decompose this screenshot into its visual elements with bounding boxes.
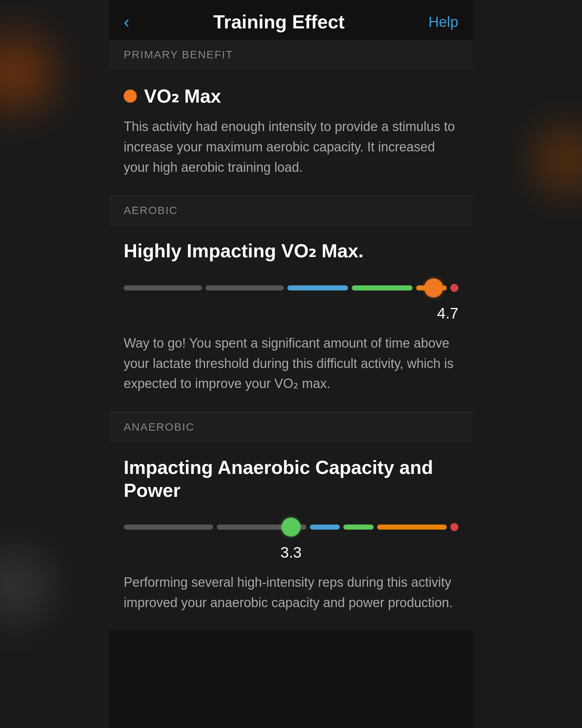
anaerobic-seg-3b xyxy=(343,525,373,530)
anaerobic-seg-1 xyxy=(124,525,213,530)
anaerobic-slider-container xyxy=(124,516,458,538)
anaerobic-title: Impacting Anaerobic Capacity and Power xyxy=(124,456,458,502)
aerobic-description: Way to go! You spent a significant amoun… xyxy=(124,333,458,394)
aerobic-score: 4.7 xyxy=(124,305,458,322)
aerobic-red-dot xyxy=(450,284,458,292)
primary-benefit-description: This activity had enough intensity to pr… xyxy=(124,116,458,177)
aerobic-seg-1 xyxy=(124,285,202,290)
anaerobic-card: Impacting Anaerobic Capacity and Power 3… xyxy=(109,442,473,631)
primary-benefit-label: PRIMARY BENEFIT xyxy=(124,48,233,60)
primary-benefit-section-header: PRIMARY BENEFIT xyxy=(109,40,473,69)
aerobic-title: Highly Impacting VO₂ Max. xyxy=(124,240,458,262)
anaerobic-red-dot xyxy=(450,523,458,531)
anaerobic-section-header: ANAEROBIC xyxy=(109,412,473,442)
aerobic-seg-4 xyxy=(352,285,412,290)
anaerobic-description: Performing several high-intensity reps d… xyxy=(124,572,458,613)
app-container: ‹ Training Effect Help PRIMARY BENEFIT V… xyxy=(109,0,473,728)
aerobic-seg-3 xyxy=(287,285,348,290)
anaerobic-slider-thumb xyxy=(282,518,300,537)
bg-decoration-1 xyxy=(0,36,51,109)
aerobic-card: Highly Impacting VO₂ Max. 4.7 Way to go!… xyxy=(109,225,473,412)
bg-decoration-3 xyxy=(0,553,47,619)
anaerobic-seg-3a xyxy=(310,525,340,530)
page-title: Training Effect xyxy=(129,11,428,33)
nav-bar: ‹ Training Effect Help xyxy=(109,0,473,40)
aerobic-label: AEROBIC xyxy=(124,204,178,216)
aerobic-section-header: AEROBIC xyxy=(109,196,473,225)
aerobic-seg-2 xyxy=(206,285,284,290)
vo2-header: VO₂ Max xyxy=(124,85,458,107)
aerobic-slider-thumb xyxy=(424,278,443,297)
anaerobic-seg-5 xyxy=(377,525,447,530)
back-button[interactable]: ‹ xyxy=(124,13,129,31)
primary-benefit-title: VO₂ Max xyxy=(144,85,221,107)
anaerobic-score: 3.3 xyxy=(124,544,458,561)
bg-decoration-2 xyxy=(538,131,582,189)
primary-benefit-card: VO₂ Max This activity had enough intensi… xyxy=(109,69,473,195)
help-button[interactable]: Help xyxy=(428,14,458,30)
anaerobic-label: ANAEROBIC xyxy=(124,421,195,433)
orange-dot-icon xyxy=(124,90,137,103)
aerobic-slider-container xyxy=(124,277,458,299)
